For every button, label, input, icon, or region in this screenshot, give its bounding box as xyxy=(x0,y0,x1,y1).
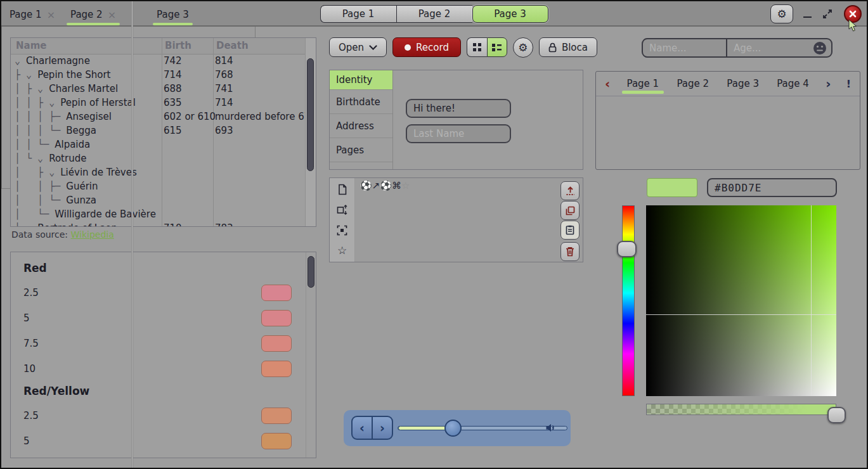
tree-row[interactable]: ⌄ Charlemagne742814 xyxy=(11,55,316,68)
tree-cell-birth: 602 or 610 xyxy=(164,111,216,122)
form-nav-birthdate[interactable]: Birthdate xyxy=(330,90,392,114)
previous-button[interactable]: ‹ xyxy=(351,416,372,440)
grid-view-button[interactable] xyxy=(467,37,487,57)
doc-tab-close-icon[interactable]: × xyxy=(108,9,116,21)
last-name-input[interactable] xyxy=(406,124,511,143)
split-divider[interactable] xyxy=(131,1,133,468)
record-label: Record xyxy=(416,42,449,53)
color-swatch[interactable] xyxy=(647,178,697,197)
close-icon xyxy=(849,10,857,18)
pager-tab-strip: ‹ Page 1Page 2Page 3Page 4 › ! xyxy=(596,72,860,96)
doc-tab-page-1[interactable]: Page 1× xyxy=(2,2,63,27)
tree-row[interactable]: │ │ ├ ⌄ Pepin of Herstal635714 xyxy=(11,96,316,110)
title-tab-page-2[interactable]: Page 2 xyxy=(396,5,472,23)
alpha-slider[interactable] xyxy=(646,404,836,415)
name-input[interactable] xyxy=(643,39,726,56)
list-view-button[interactable] xyxy=(487,37,507,57)
tree-row[interactable]: │ │ └─ Gunza xyxy=(11,194,316,208)
gear-icon: ⚙ xyxy=(518,41,528,54)
form-nav-pages[interactable]: Pages xyxy=(330,138,392,162)
age-input[interactable] xyxy=(727,39,813,56)
column-header-death[interactable]: Death xyxy=(216,40,249,51)
pager-next-button[interactable]: › xyxy=(826,77,831,90)
emoji-button[interactable] xyxy=(813,39,831,56)
delete-button[interactable] xyxy=(560,242,580,261)
gear-icon: ⚙ xyxy=(777,8,786,20)
tree-row[interactable]: │ │ │ ├─ Ansegisel602 or 610murdered bef… xyxy=(11,110,316,124)
doc-tab-page-3[interactable]: Page 3 xyxy=(149,2,197,27)
restore-button[interactable] xyxy=(822,4,834,23)
canvas-tools: ☆ xyxy=(330,178,355,262)
pager-tab-page-2[interactable]: Page 2 xyxy=(675,72,710,96)
list-scrollbar-track[interactable] xyxy=(306,252,316,458)
tree-guide: │ ├ ⌄ xyxy=(15,167,60,178)
tree-cell-name: │ │ └─ Gunza xyxy=(15,195,160,206)
tree-row[interactable]: │ ├ ⌄ Liévin de Trèves xyxy=(11,166,316,180)
seek-slider[interactable] xyxy=(398,426,567,430)
bloca-button[interactable]: Bloca xyxy=(539,37,597,57)
saturation-value-box[interactable] xyxy=(646,205,836,396)
pager-overflow-button[interactable]: ! xyxy=(846,78,851,90)
open-dropdown-button[interactable]: Open xyxy=(329,37,387,57)
tree-row[interactable]: │ │ │ └─ Begga615693 xyxy=(11,124,316,138)
hue-slider-handle[interactable] xyxy=(617,241,637,257)
first-name-input[interactable] xyxy=(406,99,511,118)
doc-tab-page-2[interactable]: Page 2× xyxy=(63,2,124,27)
list-item-swatch xyxy=(261,433,292,449)
next-button[interactable]: › xyxy=(372,416,393,440)
center-focus-icon[interactable] xyxy=(337,225,347,236)
tree-row[interactable]: │ │ └─ Alpaida xyxy=(11,138,316,152)
new-document-icon[interactable] xyxy=(337,184,347,195)
seek-thumb[interactable] xyxy=(444,420,462,437)
resize-icon[interactable] xyxy=(337,205,347,215)
doc-tab-close-icon[interactable]: × xyxy=(47,9,55,21)
tree-row[interactable]: │ └─ Willigarde de Bavière xyxy=(11,208,316,222)
list-item: 5 xyxy=(23,305,301,331)
wikipedia-link[interactable]: Wikipedia xyxy=(71,229,114,240)
list-scrollbar-thumb[interactable] xyxy=(308,256,314,288)
tree-row-name: Gunza xyxy=(66,195,96,206)
sv-cursor-horizontal xyxy=(646,314,836,316)
tree-cell-birth: 615 xyxy=(164,125,182,136)
tree-row[interactable]: │ └ ⌄ Rotrude xyxy=(11,152,316,166)
pager-tab-page-4[interactable]: Page 4 xyxy=(775,72,810,96)
paste-button[interactable] xyxy=(560,221,580,240)
person-inputs xyxy=(642,38,832,58)
form-nav-identity[interactable]: Identity xyxy=(330,70,392,90)
tree-scrollbar-track[interactable] xyxy=(305,38,316,226)
tree-guide: │ └ ⌄ xyxy=(15,153,49,164)
list-item: 2.5 xyxy=(23,403,301,428)
family-tree-table: Name Birth Death ⌄ Charlemagne742814├ ⌄ … xyxy=(10,37,316,227)
hue-slider[interactable] xyxy=(622,205,635,396)
record-button[interactable]: Record xyxy=(392,37,461,57)
hex-color-input[interactable] xyxy=(707,178,837,197)
title-tab-page-3[interactable]: Page 3 xyxy=(472,5,548,23)
upload-button[interactable] xyxy=(560,181,580,200)
tree-row[interactable]: └ › Bertrade of Laon710783 xyxy=(11,222,316,227)
tree-cell-death: 714 xyxy=(215,97,233,108)
column-header-name[interactable]: Name xyxy=(16,40,46,51)
restore-icon xyxy=(822,9,832,19)
pager-prev-button[interactable]: ‹ xyxy=(605,77,610,90)
minimize-button[interactable] xyxy=(803,4,812,23)
volume-icon[interactable] xyxy=(545,423,557,433)
pager-tab-page-3[interactable]: Page 3 xyxy=(725,72,760,96)
copy-button[interactable] xyxy=(560,201,580,220)
title-tab-page-1[interactable]: Page 1 xyxy=(320,5,396,23)
close-button[interactable] xyxy=(844,5,862,23)
column-header-birth[interactable]: Birth xyxy=(165,40,191,51)
tree-cell-birth: 688 xyxy=(164,83,182,94)
tree-row-name: Begga xyxy=(66,125,96,136)
settings-button[interactable]: ⚙ xyxy=(770,4,793,23)
tree-row[interactable]: │ ├ ⌄ Charles Martel688741 xyxy=(11,82,316,96)
star-icon[interactable]: ☆ xyxy=(337,245,347,256)
tree-row[interactable]: ├ ⌄ Pepin the Short714768 xyxy=(11,68,316,82)
settings-round-button[interactable]: ⚙ xyxy=(513,37,533,58)
tree-cell-name: │ ├ ⌄ Liévin de Trèves xyxy=(15,167,160,178)
tree-table-header: Name Birth Death xyxy=(11,38,316,55)
tree-scrollbar-thumb[interactable] xyxy=(307,58,314,171)
tree-row[interactable]: │ │ ├─ Guérin xyxy=(11,180,316,194)
form-nav-address[interactable]: Address xyxy=(330,114,392,138)
pager-tab-page-1[interactable]: Page 1 xyxy=(626,72,661,96)
alpha-slider-handle[interactable] xyxy=(827,407,846,423)
